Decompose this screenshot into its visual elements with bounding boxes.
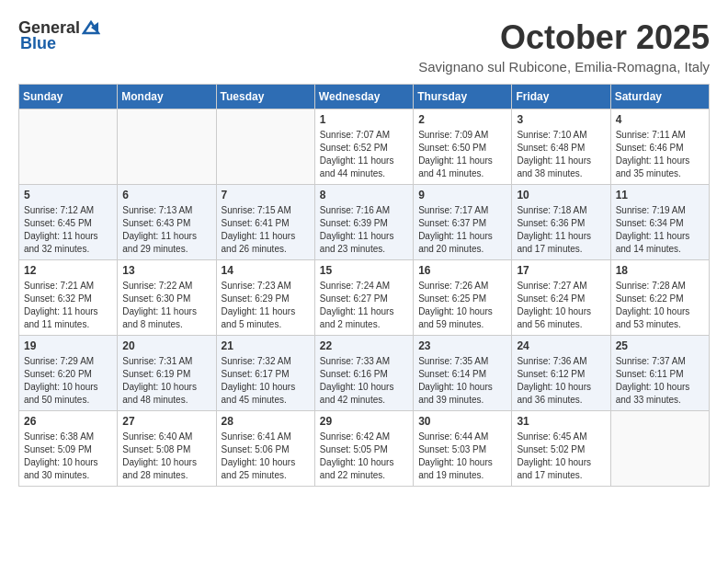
day-info: Sunrise: 7:24 AM Sunset: 6:27 PM Dayligh… [320,280,408,331]
day-number: 21 [222,339,310,352]
day-number: 14 [222,264,310,277]
calendar-day-cell: 26Sunrise: 6:38 AM Sunset: 5:09 PM Dayli… [19,411,118,487]
calendar-day-cell: 4Sunrise: 7:11 AM Sunset: 6:46 PM Daylig… [610,109,709,185]
calendar-day-cell: 16Sunrise: 7:26 AM Sunset: 6:25 PM Dayli… [414,260,512,336]
day-number: 3 [517,113,605,126]
day-info: Sunrise: 7:16 AM Sunset: 6:39 PM Dayligh… [320,204,408,256]
calendar-table: SundayMondayTuesdayWednesdayThursdayFrid… [18,84,710,487]
day-number: 22 [320,339,408,352]
calendar-day-cell: 11Sunrise: 7:19 AM Sunset: 6:34 PM Dayli… [610,185,709,260]
calendar-empty-cell [19,109,118,185]
calendar-week-row: 19Sunrise: 7:29 AM Sunset: 6:20 PM Dayli… [19,336,710,411]
day-info: Sunrise: 7:27 AM Sunset: 6:24 PM Dayligh… [517,280,605,331]
calendar-day-cell: 20Sunrise: 7:31 AM Sunset: 6:19 PM Dayli… [118,336,216,411]
logo-icon [82,20,100,35]
day-info: Sunrise: 7:29 AM Sunset: 6:20 PM Dayligh… [24,355,112,407]
calendar-day-cell: 28Sunrise: 6:41 AM Sunset: 5:06 PM Dayli… [216,411,314,487]
location-subtitle: Savignano sul Rubicone, Emilia-Romagna, … [418,59,710,75]
day-number: 10 [517,189,605,201]
calendar-day-cell: 18Sunrise: 7:28 AM Sunset: 6:22 PM Dayli… [610,260,709,336]
calendar-day-cell: 10Sunrise: 7:18 AM Sunset: 6:36 PM Dayli… [512,185,610,260]
day-number: 18 [616,264,704,277]
day-number: 24 [517,339,605,352]
calendar-empty-cell [610,411,709,487]
calendar-day-cell: 8Sunrise: 7:16 AM Sunset: 6:39 PM Daylig… [314,185,413,260]
day-info: Sunrise: 7:19 AM Sunset: 6:34 PM Dayligh… [616,204,704,256]
logo: General Blue [18,18,100,53]
day-info: Sunrise: 7:35 AM Sunset: 6:14 PM Dayligh… [418,355,506,407]
calendar-week-row: 5Sunrise: 7:12 AM Sunset: 6:45 PM Daylig… [19,185,710,260]
day-number: 27 [122,415,210,428]
day-info: Sunrise: 6:40 AM Sunset: 5:08 PM Dayligh… [122,431,210,482]
calendar-day-cell: 27Sunrise: 6:40 AM Sunset: 5:08 PM Dayli… [118,411,216,487]
day-info: Sunrise: 7:36 AM Sunset: 6:12 PM Dayligh… [517,355,605,407]
day-info: Sunrise: 7:10 AM Sunset: 6:48 PM Dayligh… [517,129,605,180]
day-info: Sunrise: 7:15 AM Sunset: 6:41 PM Dayligh… [222,204,310,256]
calendar-day-cell: 13Sunrise: 7:22 AM Sunset: 6:30 PM Dayli… [118,260,216,336]
day-info: Sunrise: 7:37 AM Sunset: 6:11 PM Dayligh… [616,355,704,407]
calendar-empty-cell [216,109,314,185]
calendar-week-row: 26Sunrise: 6:38 AM Sunset: 5:09 PM Dayli… [19,411,710,487]
calendar-day-cell: 14Sunrise: 7:23 AM Sunset: 6:29 PM Dayli… [216,260,314,336]
calendar-day-cell: 5Sunrise: 7:12 AM Sunset: 6:45 PM Daylig… [19,185,118,260]
day-number: 23 [418,339,506,352]
calendar-header-row: SundayMondayTuesdayWednesdayThursdayFrid… [19,85,710,109]
calendar-day-cell: 6Sunrise: 7:13 AM Sunset: 6:43 PM Daylig… [118,185,216,260]
day-info: Sunrise: 6:45 AM Sunset: 5:02 PM Dayligh… [517,431,605,482]
day-info: Sunrise: 6:44 AM Sunset: 5:03 PM Dayligh… [418,431,506,482]
day-info: Sunrise: 6:38 AM Sunset: 5:09 PM Dayligh… [24,431,112,482]
day-number: 30 [418,415,506,428]
page-header: General Blue October 2025 Savignano sul … [18,18,710,75]
day-number: 31 [517,415,605,428]
logo-blue-text: Blue [20,34,56,53]
calendar-day-cell: 29Sunrise: 6:42 AM Sunset: 5:05 PM Dayli… [314,411,413,487]
calendar-week-row: 1Sunrise: 7:07 AM Sunset: 6:52 PM Daylig… [19,109,710,185]
day-info: Sunrise: 7:32 AM Sunset: 6:17 PM Dayligh… [222,355,310,407]
day-info: Sunrise: 7:18 AM Sunset: 6:36 PM Dayligh… [517,204,605,256]
day-of-week-header: Monday [118,85,216,109]
day-of-week-header: Friday [512,85,610,109]
day-number: 29 [320,415,408,428]
day-number: 13 [122,264,210,277]
day-number: 6 [122,189,210,201]
calendar-day-cell: 2Sunrise: 7:09 AM Sunset: 6:50 PM Daylig… [414,109,512,185]
calendar-empty-cell [118,109,216,185]
day-info: Sunrise: 7:21 AM Sunset: 6:32 PM Dayligh… [24,280,112,331]
day-number: 4 [616,113,704,126]
day-number: 7 [222,189,310,201]
day-info: Sunrise: 7:33 AM Sunset: 6:16 PM Dayligh… [320,355,408,407]
day-info: Sunrise: 7:23 AM Sunset: 6:29 PM Dayligh… [222,280,310,331]
day-number: 2 [418,113,506,126]
day-info: Sunrise: 6:41 AM Sunset: 5:06 PM Dayligh… [222,431,310,482]
calendar-day-cell: 17Sunrise: 7:27 AM Sunset: 6:24 PM Dayli… [512,260,610,336]
calendar-day-cell: 19Sunrise: 7:29 AM Sunset: 6:20 PM Dayli… [19,336,118,411]
day-number: 20 [122,339,210,352]
day-number: 25 [616,339,704,352]
day-info: Sunrise: 7:31 AM Sunset: 6:19 PM Dayligh… [122,355,210,407]
day-of-week-header: Wednesday [314,85,413,109]
day-of-week-header: Thursday [414,85,512,109]
calendar-week-row: 12Sunrise: 7:21 AM Sunset: 6:32 PM Dayli… [19,260,710,336]
day-info: Sunrise: 7:28 AM Sunset: 6:22 PM Dayligh… [616,280,704,331]
day-number: 1 [320,113,408,126]
day-info: Sunrise: 7:07 AM Sunset: 6:52 PM Dayligh… [320,129,408,180]
day-number: 16 [418,264,506,277]
day-info: Sunrise: 7:11 AM Sunset: 6:46 PM Dayligh… [616,129,704,180]
day-number: 5 [24,189,112,201]
day-info: Sunrise: 7:12 AM Sunset: 6:45 PM Dayligh… [24,204,112,256]
day-number: 19 [24,339,112,352]
day-number: 15 [320,264,408,277]
calendar-day-cell: 24Sunrise: 7:36 AM Sunset: 6:12 PM Dayli… [512,336,610,411]
calendar-day-cell: 15Sunrise: 7:24 AM Sunset: 6:27 PM Dayli… [314,260,413,336]
month-title: October 2025 [418,18,710,57]
calendar-day-cell: 7Sunrise: 7:15 AM Sunset: 6:41 PM Daylig… [216,185,314,260]
day-info: Sunrise: 7:17 AM Sunset: 6:37 PM Dayligh… [418,204,506,256]
calendar-day-cell: 21Sunrise: 7:32 AM Sunset: 6:17 PM Dayli… [216,336,314,411]
day-info: Sunrise: 7:22 AM Sunset: 6:30 PM Dayligh… [122,280,210,331]
day-number: 12 [24,264,112,277]
day-info: Sunrise: 7:26 AM Sunset: 6:25 PM Dayligh… [418,280,506,331]
calendar-day-cell: 25Sunrise: 7:37 AM Sunset: 6:11 PM Dayli… [610,336,709,411]
calendar-day-cell: 12Sunrise: 7:21 AM Sunset: 6:32 PM Dayli… [19,260,118,336]
day-of-week-header: Tuesday [216,85,314,109]
day-info: Sunrise: 7:09 AM Sunset: 6:50 PM Dayligh… [418,129,506,180]
